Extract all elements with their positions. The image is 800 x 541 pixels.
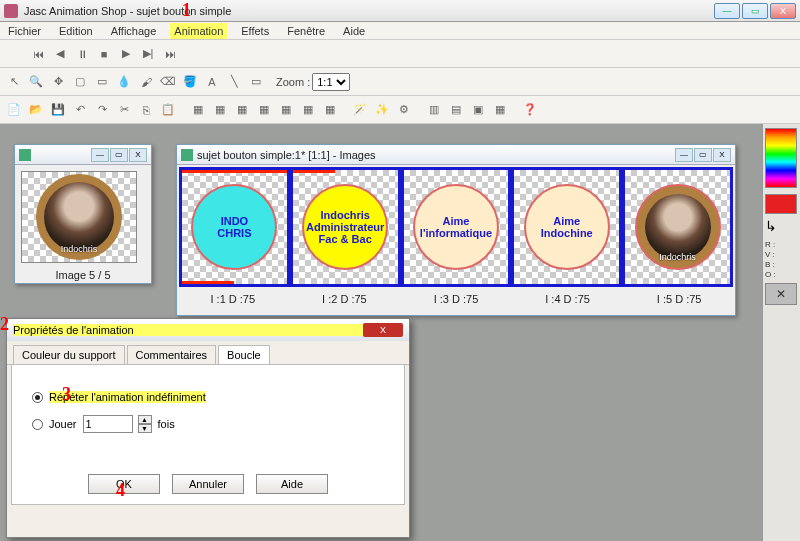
open-icon[interactable]: 📂 — [26, 100, 46, 120]
frame-3-caption: I :3 D :75 — [400, 289, 512, 309]
text-tool[interactable]: A — [202, 72, 222, 92]
select-tool[interactable]: ▭ — [92, 72, 112, 92]
frame-add-icon[interactable]: ▦ — [188, 100, 208, 120]
pause-button[interactable]: ⏸ — [72, 44, 92, 64]
zoom-select[interactable]: 1:1 — [312, 73, 350, 91]
dropper-tool[interactable]: 💧 — [114, 72, 134, 92]
frames-close-button[interactable]: X — [713, 148, 731, 162]
tab-couleur[interactable]: Couleur du support — [13, 345, 125, 364]
menu-fichier[interactable]: Fichier — [4, 23, 45, 39]
menubar: Fichier Edition Affichage Animation Effe… — [0, 22, 800, 40]
no-color-icon[interactable] — [765, 283, 797, 305]
help-icon[interactable]: ❓ — [520, 100, 540, 120]
frame-dup-icon[interactable]: ▦ — [210, 100, 230, 120]
frame-5[interactable]: Indochris — [622, 167, 733, 287]
frame-5-caption: I :5 D :75 — [623, 289, 735, 309]
frames-window-title: sujet bouton simple:1* [1:1] - Images — [197, 149, 675, 161]
preview-min-button[interactable]: — — [91, 148, 109, 162]
cancel-button[interactable]: Annuler — [172, 474, 244, 494]
color-gradient[interactable] — [765, 128, 797, 188]
app-icon — [4, 4, 18, 18]
preview-close-button[interactable]: X — [129, 148, 147, 162]
foreground-color[interactable] — [765, 194, 797, 214]
menu-effets[interactable]: Effets — [237, 23, 273, 39]
menu-edition[interactable]: Edition — [55, 23, 97, 39]
view2-icon[interactable]: ▤ — [446, 100, 466, 120]
frame-4[interactable]: AimeIndochine — [511, 167, 622, 287]
frames-max-button[interactable]: ▭ — [694, 148, 712, 162]
step-fwd-button[interactable]: ▶| — [138, 44, 158, 64]
radio-play-label: Jouer — [49, 418, 77, 430]
play-button[interactable]: ▶ — [116, 44, 136, 64]
frame-2-caption: I :2 D :75 — [289, 289, 401, 309]
radio-repeat-label: Répéter l'animation indéfiniment — [49, 391, 206, 403]
view4-icon[interactable]: ▦ — [490, 100, 510, 120]
app-title: Jasc Animation Shop - sujet bouton simpl… — [24, 5, 714, 17]
radio-play-count[interactable] — [32, 419, 43, 430]
ok-button[interactable]: OK — [88, 474, 160, 494]
swap-colors-icon[interactable]: ↳ — [765, 218, 798, 234]
frame-paste-icon[interactable]: ▦ — [276, 100, 296, 120]
tab-boucle[interactable]: Boucle — [218, 345, 270, 364]
frame-1[interactable]: INDOCHRIS — [179, 167, 290, 287]
frame-2[interactable]: IndochrisAdministrateurFac & Bac — [290, 167, 401, 287]
dialog-close-button[interactable]: X — [363, 323, 403, 337]
frame-3[interactable]: Aimel'informatique — [401, 167, 512, 287]
copy-icon[interactable]: ⎘ — [136, 100, 156, 120]
frame-reverse-icon[interactable]: ▦ — [320, 100, 340, 120]
cut-icon[interactable]: ✂ — [114, 100, 134, 120]
crop-tool[interactable]: ▢ — [70, 72, 90, 92]
wizard-icon[interactable]: 🪄 — [350, 100, 370, 120]
frame-4-caption: I :4 D :75 — [512, 289, 624, 309]
preview-window: — ▭ X Indochris Image 5 / 5 — [14, 144, 152, 284]
frame-captions: I :1 D :75 I :2 D :75 I :3 D :75 I :4 D … — [177, 289, 735, 309]
arrow-tool[interactable]: ↖ — [4, 72, 24, 92]
frame-copy-icon[interactable]: ▦ — [254, 100, 274, 120]
spin-down[interactable]: ▼ — [138, 424, 152, 433]
frames-row: INDOCHRIS IndochrisAdministrateurFac & B… — [179, 167, 733, 287]
redo-icon[interactable]: ↷ — [92, 100, 112, 120]
shape-tool[interactable]: ▭ — [246, 72, 266, 92]
titlebar: Jasc Animation Shop - sujet bouton simpl… — [0, 0, 800, 22]
preview-frame[interactable]: Indochris — [21, 171, 137, 263]
move-tool[interactable]: ✥ — [48, 72, 68, 92]
effects-icon[interactable]: ✨ — [372, 100, 392, 120]
frame-props-icon[interactable]: ▦ — [298, 100, 318, 120]
minimize-button[interactable]: — — [714, 3, 740, 19]
zoom-tool[interactable]: 🔍 — [26, 72, 46, 92]
play-count-input[interactable]: 1 — [83, 415, 133, 433]
brush-tool[interactable]: 🖌 — [136, 72, 156, 92]
view3-icon[interactable]: ▣ — [468, 100, 488, 120]
eraser-tool[interactable]: ⌫ — [158, 72, 178, 92]
optimize-icon[interactable]: ⚙ — [394, 100, 414, 120]
frames-min-button[interactable]: — — [675, 148, 693, 162]
fill-tool[interactable]: 🪣 — [180, 72, 200, 92]
close-button[interactable]: X — [770, 3, 796, 19]
menu-animation[interactable]: Animation — [170, 23, 227, 39]
preview-avatar-name: Indochris — [61, 244, 98, 254]
stop-button[interactable]: ■ — [94, 44, 114, 64]
fast-fwd-button[interactable]: ⏭ — [160, 44, 180, 64]
new-icon[interactable]: 📄 — [4, 100, 24, 120]
menu-fenetre[interactable]: Fenêtre — [283, 23, 329, 39]
menu-aide[interactable]: Aide — [339, 23, 369, 39]
rewind-button[interactable]: ⏮ — [28, 44, 48, 64]
tab-commentaires[interactable]: Commentaires — [127, 345, 217, 364]
dialog-tabs: Couleur du support Commentaires Boucle — [7, 341, 409, 365]
help-button[interactable]: Aide — [256, 474, 328, 494]
view1-icon[interactable]: ▥ — [424, 100, 444, 120]
animation-properties-dialog: Propriétés de l'animation X Couleur du s… — [6, 318, 410, 538]
preview-max-button[interactable]: ▭ — [110, 148, 128, 162]
line-tool[interactable]: ╲ — [224, 72, 244, 92]
menu-affichage[interactable]: Affichage — [107, 23, 161, 39]
undo-icon[interactable]: ↶ — [70, 100, 90, 120]
maximize-button[interactable]: ▭ — [742, 3, 768, 19]
paste-icon[interactable]: 📋 — [158, 100, 178, 120]
frame-del-icon[interactable]: ▦ — [232, 100, 252, 120]
step-back-button[interactable]: ◀ — [50, 44, 70, 64]
radio-repeat-indefinitely[interactable] — [32, 392, 43, 403]
b-label: B : — [765, 260, 798, 269]
save-icon[interactable]: 💾 — [48, 100, 68, 120]
dialog-title: Propriétés de l'animation — [13, 324, 363, 336]
spin-up[interactable]: ▲ — [138, 415, 152, 424]
